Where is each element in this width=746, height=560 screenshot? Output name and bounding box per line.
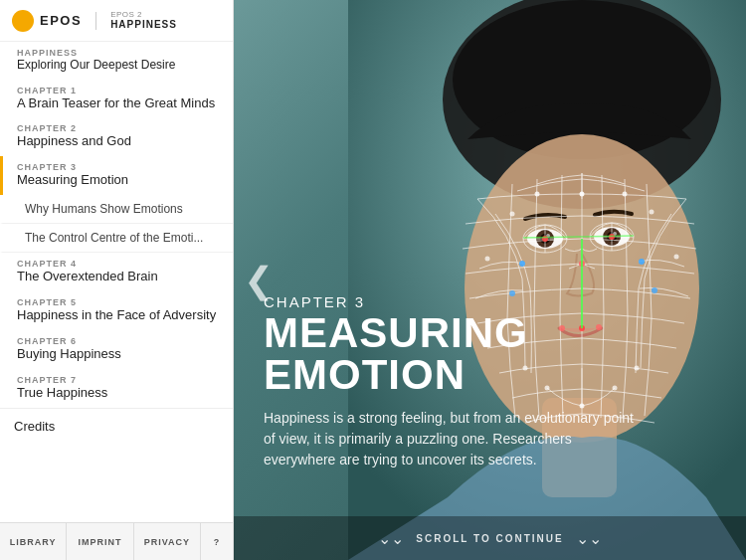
sidebar-sub-item-sub2[interactable]: The Control Centre of the Emoti... [0,224,233,253]
sidebar-item-ch7[interactable]: CHAPTER 7True Happiness [0,369,233,408]
chapter-description: Happiness is a strong feeling, but from … [264,408,642,470]
question-button[interactable]: ? [201,523,233,560]
svg-point-27 [519,261,525,267]
sidebar: EPOS EPOS 2 HAPPINESS HAPPINESSExploring… [0,0,234,560]
main-content: ❮ CHAPTER 3 MEASURING EMOTION Happiness … [234,0,746,560]
sidebar-sub-item-sub1[interactable]: Why Humans Show Emotions [0,195,233,224]
scroll-label: SCROLL TO CONTINUE [416,533,563,544]
sidebar-footer: LIBRARY IMPRINT PRIVACY ? [0,522,233,560]
sidebar-item-ch3[interactable]: CHAPTER 3Measuring Emotion [0,156,233,195]
svg-point-31 [580,192,585,197]
sidebar-item-ch5[interactable]: CHAPTER 5Happiness in the Face of Advers… [0,291,233,330]
svg-point-33 [623,192,628,197]
scroll-to-continue-bar[interactable]: ⌄⌄ SCROLL TO CONTINUE ⌄⌄ [234,516,746,560]
logo-icon [12,10,34,32]
logo-subtitle: EPOS 2 HAPPINESS [110,11,177,31]
svg-point-28 [639,259,645,265]
privacy-button[interactable]: PRIVACY [134,523,201,560]
imprint-button[interactable]: IMPRINT [67,523,133,560]
chapter-eyebrow: CHAPTER 3 [264,293,716,310]
logo-epos-text: EPOS [40,13,82,28]
sidebar-item-ch2[interactable]: CHAPTER 2Happiness and God [0,117,233,156]
face-illustration [348,0,746,560]
sidebar-header: EPOS EPOS 2 HAPPINESS [0,0,233,42]
sidebar-item-ch1[interactable]: CHAPTER 1A Brain Teaser for the Great Mi… [0,80,233,118]
scroll-arrow-right-icon: ⌄⌄ [576,529,602,548]
chapter-text-overlay: CHAPTER 3 MEASURING EMOTION Happiness is… [264,293,716,470]
sidebar-item-ch4[interactable]: CHAPTER 4The Overextended Brain [0,253,233,291]
epos-logo: EPOS EPOS 2 HAPPINESS [12,10,177,32]
scroll-arrow-left-icon: ⌄⌄ [378,529,404,548]
logo-happiness-label: HAPPINESS [110,19,177,30]
sidebar-item-ch6[interactable]: CHAPTER 6Buying Happiness [0,330,233,369]
svg-point-36 [485,257,490,262]
library-button[interactable]: LIBRARY [0,523,67,560]
logo-epos2-label: EPOS 2 [110,11,177,20]
svg-point-32 [535,192,540,197]
svg-point-37 [674,255,679,260]
svg-point-35 [650,210,654,215]
sidebar-item-credits[interactable]: Credits [0,408,233,443]
logo-divider [95,12,96,30]
chapter-main-title: MEASURING EMOTION [264,312,716,396]
sidebar-item-intro[interactable]: HAPPINESSExploring Our Deepest Desire [0,42,233,80]
sidebar-nav: HAPPINESSExploring Our Deepest DesireCHA… [0,42,233,522]
svg-point-34 [510,212,515,217]
